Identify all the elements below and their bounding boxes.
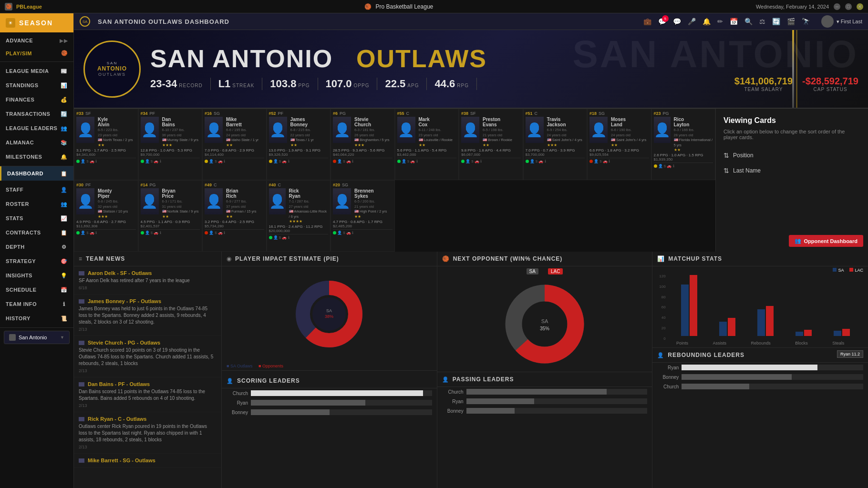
sidebar-item-staff[interactable]: STAFF 👤: [0, 183, 73, 197]
player-card-14[interactable]: #20 SG 👤 BrennenSykes 6-5 / 200 lbs.21 y…: [331, 180, 395, 252]
sidebar-item-roster[interactable]: ROSTER 👥: [0, 197, 73, 211]
lac-legend-dot: [849, 268, 853, 272]
edit-icon[interactable]: ✏: [717, 18, 723, 25]
sidebar-item-league-media[interactable]: LEAGUE MEDIA 📰: [0, 64, 73, 78]
game-title: Pro Basketball League: [375, 3, 433, 10]
sort-icon: ⇅: [723, 152, 729, 159]
sidebar-item-advance[interactable]: ADVANCE ▶▶: [0, 34, 73, 47]
rebounding-list: Ryan Ryan 11.2 Bonney Church: [652, 363, 868, 391]
team-name-outlaws: OUTLAWS: [356, 45, 487, 72]
player-card-6[interactable]: #38 SF 👤 PrestonEvans 6-5 / 198 lbs.21 y…: [459, 109, 523, 180]
rebounding-fill-1: [682, 374, 792, 380]
y-axis: 120 100 80 60 40 20 0: [657, 274, 667, 341]
sa-label: SA: [527, 268, 538, 274]
player-card-0[interactable]: #33 SF 👤 KyleAlvin 6-5 / 223 lbs.23 year…: [74, 109, 138, 180]
sidebar-item-playsim[interactable]: PLAY/SIM 🏀: [0, 47, 73, 60]
sidebar-item-team-info[interactable]: TEAM INFO ℹ: [0, 297, 73, 311]
passing-icon: 👤: [442, 376, 449, 383]
opponent-icon: 🏀: [442, 255, 449, 262]
player-card-11[interactable]: #14 PG 👤 BryanPrice 6-3 / 171 lbs.31 yea…: [138, 180, 203, 252]
sidebar-item-finances[interactable]: FINANCES 💰: [0, 92, 73, 107]
league-leaders-label: LEAGUE LEADERS: [6, 125, 57, 131]
player-card-13[interactable]: #40 C 👤 RickRyan 7-1 / 287 lbs.27 years …: [267, 180, 331, 252]
player-card-12[interactable]: #49 C 👤 BrianRich 6-9 / 277 lbs.37 years…: [202, 180, 267, 252]
ppg-stat: 103.8 PPG: [270, 78, 318, 90]
rebounding-fill-0: [682, 365, 817, 370]
sidebar-item-insights[interactable]: INSIGHTS 💡: [0, 268, 73, 283]
close-button[interactable]: ✕: [857, 3, 863, 10]
sidebar-item-depth[interactable]: DEPTH ⚙: [0, 240, 73, 254]
matchup-panel: 📊 MATCHUP STATS SA LAC 120 100 80 60 40 …: [652, 252, 868, 488]
scoring-fill-1: [251, 400, 365, 406]
sidebar-item-dashboard[interactable]: DASHBOARD 📋: [0, 166, 73, 181]
passing-fill-2: [466, 408, 515, 414]
player-card-9[interactable]: #23 PG 👤 RicoLayton 6-3 / 166 lbs.28 yea…: [651, 109, 716, 180]
sidebar-item-strategy[interactable]: STRATEGY 🎯: [0, 254, 73, 268]
insights-label: INSIGHTS: [6, 273, 32, 278]
roster-label: ROSTER: [6, 201, 29, 207]
sidebar-item-transactions[interactable]: TRANSACTIONS 🔄: [0, 107, 73, 121]
team-selector[interactable]: San Antonio ▼: [4, 331, 70, 344]
sidebar-item-history[interactable]: HISTORY 📜: [0, 311, 73, 325]
strategy-icon: 🎯: [60, 257, 68, 265]
binoculars-icon[interactable]: 🔭: [802, 18, 810, 25]
briefcase-icon[interactable]: 💼: [643, 18, 651, 25]
sidebar-item-league-leaders[interactable]: LEAGUE LEADERS 👥: [0, 121, 73, 135]
chat-icon[interactable]: 💬: [673, 18, 681, 25]
status-dot-3: [269, 160, 272, 163]
player-img-10: 👤: [76, 188, 94, 214]
sidebar-item-almanac[interactable]: ALMANAC 📚: [0, 135, 73, 150]
calendar-icon[interactable]: 📅: [730, 18, 738, 25]
news-icon: ≡: [79, 255, 82, 262]
video-icon[interactable]: 🎬: [787, 18, 795, 25]
status-dot-6: [461, 160, 465, 163]
matchup-group-3: [787, 330, 820, 336]
y-100: 100: [659, 285, 665, 289]
season-header[interactable]: ☀ SEASON: [0, 13, 73, 32]
bell-icon[interactable]: 🔔: [703, 18, 711, 25]
playsim-icon: 🏀: [61, 50, 68, 56]
minimize-button[interactable]: ─: [834, 3, 840, 10]
player-card-10[interactable]: #30 PF 👤 MontyPiper 6-8 / 245 lbs.32 yea…: [74, 180, 138, 252]
news-item-5: Mike Barrett - SG - Outlaws: [74, 454, 221, 468]
mic-icon[interactable]: 🎤: [688, 18, 696, 25]
contracts-icon: 📋: [60, 229, 68, 236]
player-img-11: 👤: [141, 188, 159, 214]
team-selector-label: San Antonio: [19, 335, 47, 340]
notification-icon[interactable]: 💬 5: [658, 18, 666, 25]
player-card-2[interactable]: #16 SG 👤 MikeBarrett 6-6 / 195 lbs.24 ye…: [202, 109, 267, 180]
sidebar-item-schedule[interactable]: SCHEDULE 📅: [0, 283, 73, 297]
balance-icon[interactable]: ⚖: [759, 18, 765, 25]
player-card-5[interactable]: #55 C 👤 MarkCox 6-11 / 248 lbs.23 years …: [395, 109, 459, 180]
matchup-chart-wrapper: 120 100 80 60 40 20 0: [652, 274, 868, 341]
sidebar-item-stats[interactable]: STATS 📈: [0, 211, 73, 225]
playsim-label: PLAY/SIM: [6, 51, 32, 56]
league-leaders-icon: 👥: [60, 124, 68, 132]
title-bar-left: 🏀 PBLeague: [5, 3, 42, 10]
sidebar-item-contracts[interactable]: CONTRACTS 📋: [0, 225, 73, 240]
player-card-4[interactable]: #6 PG 👤 StevieChurch 6-3 / 181 lbs.26 ye…: [331, 109, 395, 180]
rebounding-name-0: Ryan: [657, 365, 679, 370]
scoring-leader-0: Church: [222, 388, 437, 398]
sidebar-item-standings[interactable]: STANDINGS 📊: [0, 78, 73, 92]
rpg-stat: 44.6 RPG: [434, 78, 477, 90]
user-area[interactable]: ▾ First Last: [821, 15, 862, 28]
game-logo-icon: 🏀: [364, 3, 372, 10]
player-card-3[interactable]: #52 PF 👤 JamesBonney 6-8 / 215 lbs.22 ye…: [267, 109, 331, 180]
player-card-7[interactable]: #51 C 👤 TravisJackson 6-9 / 254 lbs.24 y…: [523, 109, 588, 180]
search-icon[interactable]: 🔍: [744, 18, 753, 25]
sidebar-item-milestones[interactable]: MILESTONES 🔔: [0, 150, 73, 164]
passing-leaders-section: 👤 PASSING LEADERS Church Ryan Bonney: [437, 372, 652, 416]
view-option-lastname[interactable]: ⇅ Last Name: [723, 163, 860, 178]
viewing-cards-panel: Viewing Cards Click an option below to c…: [715, 109, 868, 252]
nav-section-league: LEAGUE MEDIA 📰 STANDINGS 📊 FINANCES 💰 TR…: [0, 62, 73, 166]
player-card-8[interactable]: #18 SG 👤 MosesLand 6-6 / 190 lbs.24 year…: [587, 109, 651, 180]
opponent-dashboard-button[interactable]: 👥 Opponent Dashboard: [789, 235, 863, 247]
player-size-11: 6-3 / 171 lbs.31 years old: [162, 199, 199, 209]
maximize-button[interactable]: □: [845, 3, 852, 10]
matchup-title: MATCHUP STATS: [668, 255, 722, 262]
view-option-position[interactable]: ⇅ Position: [723, 148, 860, 163]
player-card-1[interactable]: #34 PF 👤 DanBains 6-10 / 237 lbs.36 year…: [138, 109, 203, 180]
refresh-icon[interactable]: 🔄: [772, 18, 780, 25]
player-img-0: 👤: [76, 117, 94, 143]
